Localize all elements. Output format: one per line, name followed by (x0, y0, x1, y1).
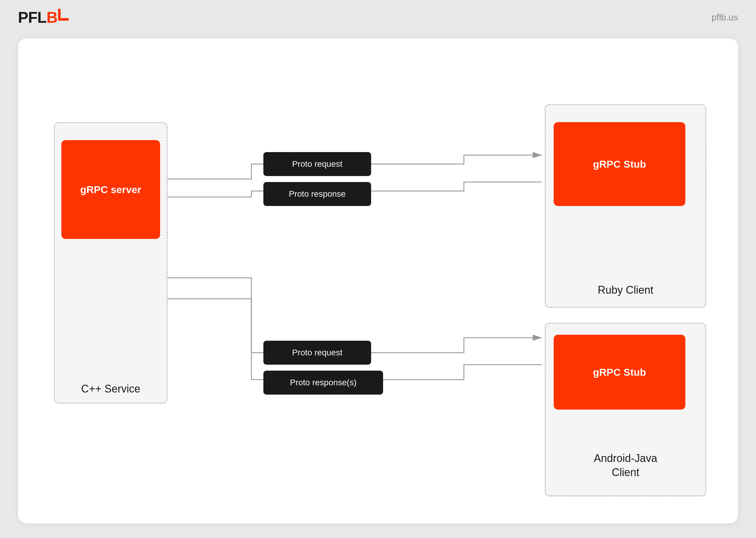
proto-response-1-box: Proto response (263, 182, 371, 206)
proto-request-1-box: Proto request (263, 152, 371, 176)
logo: PFLB (18, 8, 69, 27)
android-client-label: Android-JavaClient (545, 452, 706, 480)
logo-text: PFLB (18, 8, 58, 27)
ruby-client-label: Ruby Client (545, 284, 706, 296)
main-content: gRPC server C++ Service Proto request Pr… (0, 32, 756, 538)
ruby-grpc-stub-box: gRPC Stub (554, 122, 685, 206)
top-bar: PFLB pflb.us (0, 0, 756, 32)
proto-response-2-box: Proto response(s) (263, 371, 383, 395)
grpc-server-box: gRPC server (61, 140, 160, 239)
logo-mark-icon (58, 9, 69, 21)
android-grpc-stub-box: gRPC Stub (554, 335, 685, 409)
site-url: pflb.us (712, 12, 738, 23)
diagram-card: gRPC server C++ Service Proto request Pr… (18, 38, 738, 523)
cpp-service-label: C++ Service (54, 383, 168, 395)
proto-request-2-box: Proto request (263, 341, 371, 365)
